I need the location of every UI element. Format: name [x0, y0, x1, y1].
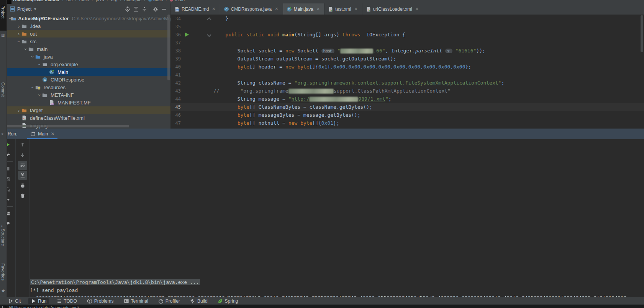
breadcrumb-item[interactable]: Main [148, 0, 163, 2]
tab-label: CMDResponse.java [231, 7, 272, 12]
chevron-down-icon[interactable]: › [7, 18, 13, 19]
breadcrumb-item[interactable]: org [111, 0, 117, 2]
tree-item-main[interactable]: ›main [7, 45, 170, 53]
tree-item-Main[interactable]: CMain [7, 68, 170, 76]
status-message-strip: All files are up-to-date (moments ago) [0, 305, 644, 308]
hide-panel-button[interactable] [160, 6, 168, 13]
down-arrow-button[interactable] [16, 150, 29, 160]
tree-item-target[interactable]: ›target [7, 106, 170, 114]
close-icon[interactable]: ✕ [415, 6, 420, 12]
java-main-class-icon: C [287, 7, 292, 12]
toolwindow-icon[interactable]: ▥ [1, 33, 5, 37]
rail-tab-favorites[interactable]: Favorites [1, 263, 5, 280]
tree-item-label: java [44, 54, 53, 60]
tree-item-resources[interactable]: ›resources [7, 83, 170, 91]
tree-item-META-INF[interactable]: ›META-INF [7, 91, 170, 99]
up-arrow-button[interactable] [16, 139, 29, 150]
tree-item-ActiveMqRCE-master[interactable]: ›ActiveMqRCE-masterC:\Users\Anonymous\De… [7, 15, 170, 22]
statusbar-label: Profiler [166, 298, 180, 304]
softwrap-button[interactable] [18, 161, 27, 170]
breadcrumb-item[interactable]: example [124, 0, 141, 2]
collapse-all-button[interactable] [132, 6, 140, 13]
fold-marker-icon[interactable] [207, 17, 211, 21]
tab-urlClassLoader.xml[interactable]: <urlClassLoader.xml✕ [362, 3, 423, 15]
tree-item-out[interactable]: ›out [7, 30, 170, 37]
chevron-right-icon[interactable]: › [16, 31, 21, 37]
chevron-down-icon: ▼ [33, 7, 37, 11]
run-toolbar-right [16, 139, 29, 297]
statusbar-label: Git [15, 298, 21, 304]
chevron-right-icon[interactable]: › [16, 108, 21, 113]
chevron-down-icon[interactable]: › [37, 92, 43, 98]
breadcrumb-item[interactable]: ActiveMqRCE-master [13, 0, 60, 2]
settings-gear-button[interactable] [151, 6, 160, 13]
statusbar-label: Build [197, 298, 208, 304]
tree-item-defineClassWriteFile.xml[interactable]: <defineClassWriteFile.xml [7, 114, 170, 122]
tree-vertical-scrollbar[interactable] [167, 15, 170, 80]
tab-test.xml[interactable]: <test.xml✕ [324, 3, 362, 15]
close-icon[interactable]: ✕ [274, 6, 279, 12]
close-icon[interactable]: ✕ [51, 131, 54, 137]
chevron-down-icon[interactable]: › [16, 39, 22, 44]
print-button[interactable] [16, 180, 29, 191]
project-tree[interactable]: ›ActiveMqRCE-masterC:\Users\Anonymous\De… [7, 15, 170, 129]
statusbar-terminal-button[interactable]: Terminal [121, 298, 151, 304]
star-icon[interactable]: ★ [1, 288, 5, 293]
run-console-panel[interactable]: C:\Penetration\ProgramTools\Java\jdk1.8\… [0, 139, 644, 297]
statusbar-git-button[interactable]: Git [5, 298, 23, 304]
chevron-down-icon[interactable]: › [23, 46, 29, 52]
console-output: C:\Penetration\ProgramTools\Java\jdk1.8\… [30, 279, 644, 297]
run-panel-title: Run: [8, 131, 17, 137]
class-icon [148, 0, 152, 2]
tab-Main.java[interactable]: CMain.java✕ [283, 3, 325, 15]
clear-button[interactable] [16, 191, 29, 201]
rail-tab-commit[interactable]: Commit [1, 82, 5, 97]
tab-CMDResponse.java[interactable]: CCMDResponse.java✕ [220, 3, 283, 15]
expand-collapse-button[interactable] [140, 6, 149, 13]
line-number: 47 [171, 121, 181, 126]
statusbar-label: Run [38, 298, 46, 304]
scroll-end-button[interactable] [18, 171, 27, 180]
statusbar-profiler-button[interactable]: Profiler [156, 298, 182, 304]
run-gutter-icon[interactable] [184, 33, 190, 37]
profiler-icon [158, 298, 164, 304]
close-icon[interactable]: ✕ [353, 6, 358, 12]
statusbar-build-button[interactable]: Build [188, 298, 210, 304]
breadcrumb-item[interactable]: main [79, 0, 89, 2]
tree-item-org.example[interactable]: ›org.example [7, 60, 170, 68]
editor-scrollbar[interactable] [641, 15, 643, 52]
project-panel-title[interactable]: Project [17, 7, 31, 12]
tree-horizontal-scrollbar[interactable] [7, 125, 129, 127]
run-tab-main[interactable]: Main✕ [27, 129, 57, 139]
statusbar-todo-button[interactable]: TODO [54, 298, 79, 304]
locate-button[interactable] [123, 6, 132, 13]
line-number: 37 [171, 40, 181, 46]
tree-item-.idea[interactable]: ›.idea [7, 22, 170, 30]
tree-item-java[interactable]: ›java [7, 53, 170, 60]
chevron-down-icon[interactable]: › [30, 54, 36, 59]
close-icon[interactable]: ✕ [316, 6, 321, 12]
breadcrumb-item[interactable]: java [96, 0, 104, 2]
breadcrumb-item[interactable]: src [66, 0, 72, 2]
line-number: 36 [171, 32, 181, 37]
rail-tab-project[interactable]: Project [0, 0, 7, 31]
bookmark-icon[interactable]: ○ [1, 132, 3, 136]
statusbar-problems-button[interactable]: Problems [85, 298, 116, 304]
editor-code-area[interactable]: 34 }3536 public static void main(String[… [171, 15, 644, 129]
rail-tab-structure[interactable]: Structure [1, 229, 5, 246]
statusbar-run-button[interactable]: Run [28, 298, 49, 304]
close-icon[interactable]: ✕ [211, 6, 216, 12]
line-number: 42 [171, 80, 181, 86]
run-window-icon [30, 131, 36, 137]
tree-item-MANIFEST.MF[interactable]: MFMANIFEST.MF [7, 99, 170, 106]
chevron-down-icon[interactable]: › [30, 85, 36, 90]
structure-icon[interactable]: ▪ [1, 224, 3, 228]
statusbar-spring-button[interactable]: Spring [215, 298, 241, 304]
chevron-right-icon[interactable]: › [16, 23, 21, 29]
tree-item-CMDResponse[interactable]: CCMDResponse [7, 76, 170, 83]
tree-item-src[interactable]: ›src [7, 37, 170, 45]
chevron-down-icon[interactable]: › [37, 62, 43, 67]
fold-marker-icon[interactable] [207, 33, 211, 37]
tab-README.md[interactable]: MDREADME.md✕ [171, 3, 220, 15]
breadcrumb-item[interactable]: main [170, 0, 185, 2]
